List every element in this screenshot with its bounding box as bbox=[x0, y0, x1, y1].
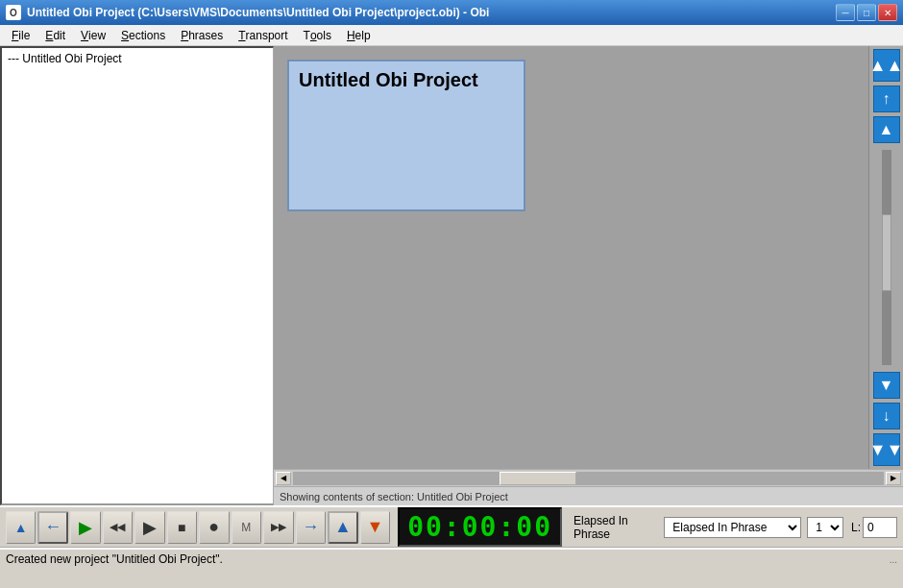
section-label-bar: Showing contents of section: Untitled Ob… bbox=[274, 486, 903, 505]
fast-fwd-button[interactable]: ▶▶ bbox=[263, 511, 293, 544]
status-dots: ... bbox=[890, 554, 897, 565]
section-label-name: Untitled Obi Project bbox=[417, 491, 508, 502]
menu-bar: File Edit View Sections Phrases Transpor… bbox=[0, 25, 903, 46]
menu-edit[interactable]: Edit bbox=[37, 26, 73, 45]
time-display: 00:00:00 bbox=[398, 507, 562, 547]
transport-bar: ▲ ← ▶ ◀◀ ▶ ■ ● M ▶▶ → ▲ ▼ 00:00:00 Elaps… bbox=[0, 505, 903, 548]
elapsed-label: Elapsed In Phrase bbox=[574, 514, 660, 541]
menu-view[interactable]: View bbox=[73, 26, 113, 45]
title-bar-buttons: ─ □ ✕ bbox=[836, 4, 897, 21]
content-panel: Untitled Obi Project ▲▲ ↑ ▲ ▼ ↓ ▼▼ bbox=[274, 46, 903, 505]
minimize-button[interactable]: ─ bbox=[836, 4, 855, 21]
section-title: Untitled Obi Project bbox=[289, 61, 524, 99]
L-label: L: bbox=[851, 521, 861, 534]
h-scroll-track[interactable] bbox=[293, 472, 884, 485]
prev-section-button[interactable]: ← bbox=[37, 511, 68, 544]
h-scroll-right-button[interactable]: ▶ bbox=[886, 472, 901, 485]
h-scrollbar: ◀ ▶ bbox=[274, 469, 903, 486]
scroll-prev-button[interactable]: ▲ bbox=[873, 116, 900, 143]
page-dropdown[interactable]: 1 2 3 bbox=[807, 517, 843, 538]
main-area: --- Untitled Obi Project Untitled Obi Pr… bbox=[0, 46, 903, 505]
tree-panel: --- Untitled Obi Project bbox=[0, 46, 274, 505]
scroll-thumb[interactable] bbox=[882, 214, 891, 291]
maximize-button[interactable]: □ bbox=[857, 4, 876, 21]
title-bar: O Untitled Obi Project (C:\Users\VMS\Doc… bbox=[0, 0, 903, 25]
scroll-bottom-button[interactable]: ▼▼ bbox=[873, 433, 900, 466]
tree-item[interactable]: --- Untitled Obi Project bbox=[2, 48, 273, 69]
next-section-button[interactable]: → bbox=[296, 511, 326, 544]
menu-file[interactable]: File bbox=[4, 26, 37, 45]
play-fwd-button[interactable]: ▶ bbox=[134, 511, 164, 544]
rewind-button[interactable]: ◀◀ bbox=[103, 511, 133, 544]
L-value-input[interactable] bbox=[863, 517, 897, 538]
content-area: Untitled Obi Project ▲▲ ↑ ▲ ▼ ↓ ▼▼ bbox=[274, 46, 903, 469]
close-button[interactable]: ✕ bbox=[878, 4, 897, 21]
menu-tools[interactable]: Tools bbox=[296, 26, 339, 45]
app-icon: O bbox=[6, 5, 21, 20]
next-phrase-button[interactable]: ▲ bbox=[328, 511, 358, 544]
h-scroll-thumb[interactable] bbox=[500, 472, 576, 485]
status-message: Created new project "Untitled Obi Projec… bbox=[6, 552, 223, 566]
section-block[interactable]: Untitled Obi Project bbox=[287, 60, 525, 211]
scroll-down-button[interactable]: ↓ bbox=[873, 403, 900, 429]
play-button[interactable]: ▶ bbox=[70, 511, 100, 544]
monitor-button[interactable]: M bbox=[232, 511, 261, 544]
scroll-top-button[interactable]: ▲▲ bbox=[873, 49, 900, 82]
stop-button[interactable]: ■ bbox=[167, 511, 197, 544]
h-scroll-left-button[interactable]: ◀ bbox=[276, 472, 291, 485]
record-button[interactable]: ● bbox=[199, 511, 229, 544]
title-bar-text: Untitled Obi Project (C:\Users\VMS\Docum… bbox=[27, 6, 830, 19]
scroll-track[interactable] bbox=[882, 150, 891, 365]
elapsed-dropdown[interactable]: Elapsed In Phrase Elapsed In Section Ela… bbox=[664, 517, 801, 538]
scroll-up-button[interactable]: ↑ bbox=[873, 86, 900, 112]
menu-sections[interactable]: Sections bbox=[113, 26, 173, 45]
status-bar: Created new project "Untitled Obi Projec… bbox=[0, 548, 903, 569]
scroll-next-button[interactable]: ▼ bbox=[873, 372, 900, 399]
right-scrollbar: ▲▲ ↑ ▲ ▼ ↓ ▼▼ bbox=[868, 46, 903, 469]
menu-help[interactable]: Help bbox=[339, 26, 378, 45]
menu-transport[interactable]: Transport bbox=[231, 26, 295, 45]
delete-phrase-button[interactable]: ▼ bbox=[360, 511, 390, 544]
section-label-prefix: Showing contents of section: bbox=[280, 491, 414, 502]
go-beginning-button[interactable]: ▲ bbox=[6, 511, 36, 544]
menu-phrases[interactable]: Phrases bbox=[173, 26, 231, 45]
